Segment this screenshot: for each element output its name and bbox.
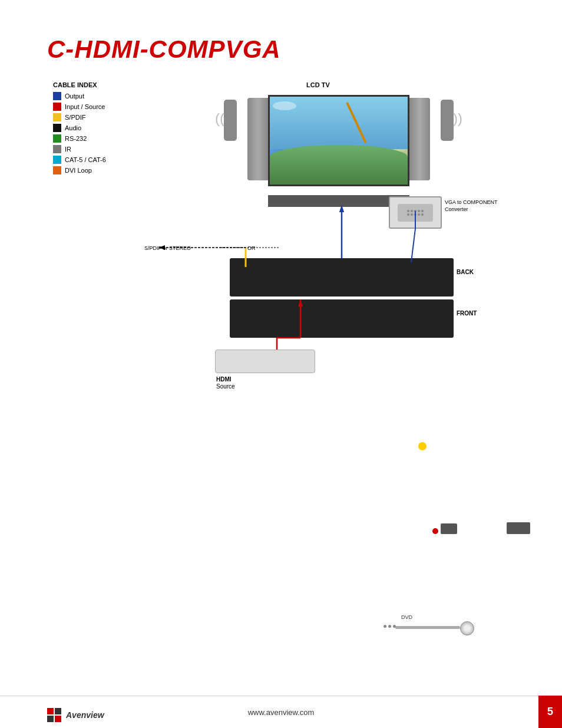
back-dot-spdif: [418, 442, 427, 450]
speaker-right: )): [433, 97, 462, 147]
back-label-comp-vga: COMPONENT / VGA OUT: [483, 437, 538, 443]
cable-index-label-rs232: RS-232: [65, 135, 87, 142]
tv-bezel-right: [409, 98, 430, 180]
dvd-label-top: DVD: [401, 614, 412, 620]
cloud-1: [273, 101, 296, 110]
cable-index: CABLE INDEX Output Input / Source S/PDIF…: [53, 81, 135, 177]
dvd-bar: [395, 626, 460, 629]
cable-index-item-rs232: RS-232: [53, 134, 135, 143]
tv-body: (( )): [247, 92, 430, 207]
logo-sq-top-left: [47, 708, 54, 714]
cable-index-title: CABLE INDEX: [53, 81, 135, 88]
footer-page-number: 5: [538, 696, 562, 728]
hdmi-source-label: HDMI: [216, 376, 232, 383]
vga-converter-box: [389, 196, 442, 229]
color-box-rs232: [53, 134, 61, 143]
color-box-output: [53, 92, 61, 100]
cable-index-label-output: Output: [65, 93, 84, 100]
vga-converter-label: VGA to COMPONENTConverter: [445, 199, 498, 213]
back-label-stereo: STEREO OUT: [454, 452, 485, 458]
footer-logo-text: Avenview: [66, 710, 104, 720]
color-box-input: [53, 103, 61, 111]
hdmi-source-sub: Source: [216, 383, 235, 390]
front-label-dvi-small: DVI: [430, 535, 437, 539]
device-front-label: FRONT: [457, 310, 477, 317]
lcd-tv-label: LCD TV: [306, 81, 330, 88]
color-box-ir: [53, 145, 61, 153]
color-box-spdif: [53, 113, 61, 121]
cable-index-label-audio: Audio: [65, 124, 81, 131]
logo-sq-bottom-left: [47, 716, 54, 722]
device-back-label: BACK: [457, 269, 474, 275]
cable-index-item-cat: CAT-5 / CAT-6: [53, 156, 135, 164]
logo-sq-top-right: [55, 708, 61, 714]
port-pins: [407, 210, 424, 216]
speaker-right-wave: )): [453, 111, 462, 126]
cable-index-label-ir: IR: [65, 146, 71, 153]
front-num-1: 1: [410, 528, 414, 535]
front-label-hdmi: HDMI IN: [465, 521, 486, 528]
cable-index-item-audio: Audio: [53, 124, 135, 132]
color-box-cat: [53, 156, 61, 164]
speaker-left: ((: [215, 97, 244, 147]
dvd-dots: [384, 625, 396, 628]
cable-index-item-ir: IR: [53, 145, 135, 153]
vga-conv-port: [398, 204, 433, 222]
product-title: C-HDMI-COMPVGA: [47, 35, 515, 64]
cable-index-item-spdif: S/PDIF: [53, 113, 135, 121]
front-dot-red: [432, 528, 438, 534]
tv-bezel-left: [247, 98, 268, 180]
logo-sq-bottom-right: [55, 716, 61, 722]
speaker-right-body: [441, 100, 454, 141]
dvd-device: DVD: [215, 350, 315, 373]
front-hdmi-port: [441, 523, 457, 534]
cable-index-item-dvi: DVI Loop: [53, 166, 135, 174]
cable-index-label-dvi: DVI Loop: [65, 167, 92, 174]
color-box-dvi: [53, 166, 61, 174]
tv-ground: [270, 145, 408, 185]
dvd-dot-1: [384, 625, 386, 628]
tv-container: (( )): [247, 92, 430, 210]
front-dvi-port: [507, 522, 530, 534]
front-label-hdmi-small: HDMI: [442, 535, 452, 539]
vga-converter-label-text: VGA to COMPONENTConverter: [445, 199, 498, 212]
speaker-left-body: [224, 100, 237, 141]
or-label: OR: [247, 245, 256, 251]
cable-index-label-spdif: S/PDIF: [65, 114, 85, 121]
cable-index-item-output: Output: [53, 92, 135, 100]
cable-index-label-input: Input / Source: [65, 103, 105, 110]
svg-line-4: [411, 229, 415, 262]
spdif-or-label: S/PDIF or STEREO: [144, 245, 191, 251]
dvd-disc: [460, 621, 474, 635]
speaker-left-wave: ((: [215, 111, 224, 126]
tv-bezel-bottom: [268, 195, 409, 207]
diagram-area: CABLE INDEX Output Input / Source S/PDIF…: [53, 81, 513, 400]
front-num-0: 0: [410, 521, 414, 527]
tv-screen: [268, 95, 409, 186]
cable-index-item-input: Input / Source: [53, 103, 135, 111]
cable-index-label-cat: CAT-5 / CAT-6: [65, 156, 106, 163]
device-back-panel: COMPONENT / VGA OUT S/PDIF OUT STEREO OU…: [230, 258, 454, 297]
footer-logo: Avenview: [47, 708, 104, 722]
dvd-dot-2: [388, 625, 391, 628]
device-front-panel: 0 1 HDMI IN DVI IN ⏻ DVI HDMI +5V DC: [230, 299, 454, 338]
footer-url: www.avenview.com: [248, 708, 315, 717]
page-container: C-HDMI-COMPVGA CABLE INDEX Output Input …: [0, 0, 562, 728]
color-box-audio: [53, 124, 61, 132]
footer-logo-squares: [47, 708, 61, 722]
back-label-spdif: S/PDIF OUT: [412, 452, 440, 458]
page-footer: Avenview www.avenview.com 5: [0, 696, 562, 728]
